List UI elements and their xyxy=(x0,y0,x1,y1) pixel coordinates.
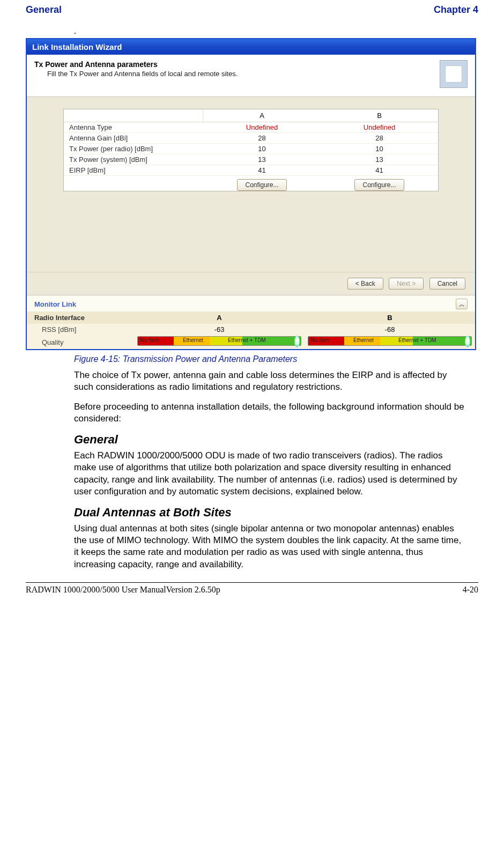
col-a-header: A xyxy=(203,109,321,122)
col-b-header: B xyxy=(321,109,438,122)
header-left: General xyxy=(26,4,62,16)
table-row: Antenna Type Undefined Undefined xyxy=(64,122,438,133)
quality-label: Quality xyxy=(27,337,134,348)
row-label: Antenna Type xyxy=(64,122,203,132)
table-header-row: A B xyxy=(64,109,438,122)
configure-b-button[interactable]: Configure... xyxy=(354,179,404,191)
figure-caption: Figure 4-15: Transmission Power and Ante… xyxy=(74,354,478,364)
footer-left: RADWIN 1000/2000/5000 User ManualVersion… xyxy=(26,585,220,595)
bar-seg-ethtdm: Ethernet + TDM xyxy=(398,337,436,343)
section-heading-general: General xyxy=(74,433,478,447)
row-value-a: Undefined xyxy=(203,122,321,132)
quality-bar-a: No Serv Ethernet Ethernet + TDM xyxy=(137,336,301,346)
page-header: General Chapter 4 xyxy=(26,4,478,16)
rss-b-value: -68 xyxy=(305,324,475,335)
stray-dot: . xyxy=(74,26,478,36)
configure-row: Configure... Configure... xyxy=(64,179,438,191)
row-label: Tx Power (per radio) [dBm] xyxy=(64,144,203,154)
wizard-step-title: Tx Power and Antenna parameters xyxy=(34,60,435,69)
row-value-b: 28 xyxy=(321,133,438,143)
paragraph: Before proceeding to antenna installatio… xyxy=(74,401,465,425)
radio-col-a: A xyxy=(134,312,305,324)
header-right: Chapter 4 xyxy=(434,4,478,16)
collapse-icon[interactable]: ︽ xyxy=(456,299,468,309)
configure-a-button[interactable]: Configure... xyxy=(237,179,286,191)
row-value-a: 10 xyxy=(203,144,321,154)
quality-row: Quality No Serv Ethernet Ethernet + TDM … xyxy=(27,335,475,349)
row-value-b: Undefined xyxy=(321,122,438,132)
back-button[interactable]: < Back xyxy=(347,278,383,290)
wizard-step-icon xyxy=(440,60,468,88)
row-label: Tx Power (system) [dBm] xyxy=(64,154,203,165)
footer-right: 4-20 xyxy=(463,585,478,595)
bar-seg-noserv: No Serv xyxy=(140,337,159,343)
wizard-body: A B Antenna Type Undefined Undefined Ant… xyxy=(27,97,475,197)
rss-a-value: -63 xyxy=(134,324,305,335)
page-footer: RADWIN 1000/2000/5000 User ManualVersion… xyxy=(26,585,478,595)
bar-seg-noserv: No Serv xyxy=(310,337,330,343)
row-label: Antenna Gain [dBi] xyxy=(64,133,203,143)
row-value-b: 41 xyxy=(321,165,438,175)
row-value-b: 10 xyxy=(321,144,438,154)
bar-seg-eth: Ethernet xyxy=(183,337,203,343)
row-value-a: 41 xyxy=(203,165,321,175)
cancel-button[interactable]: Cancel xyxy=(429,278,465,290)
radio-interface-header: Radio Interface A B xyxy=(27,312,475,324)
paragraph: Using dual antennas at both sites (singl… xyxy=(74,523,465,571)
bar-seg-ethtdm: Ethernet + TDM xyxy=(228,337,266,343)
radio-col-b: B xyxy=(305,312,475,324)
row-value-a: 13 xyxy=(203,154,321,165)
link-installation-wizard: Link Installation Wizard Tx Power and An… xyxy=(26,38,476,350)
quality-bar-b: No Serv Ethernet Ethernet + TDM xyxy=(308,336,472,346)
row-value-b: 13 xyxy=(321,154,438,165)
table-row: Antenna Gain [dBi] 28 28 xyxy=(64,133,438,144)
footer-divider xyxy=(26,582,478,583)
parameters-table: A B Antenna Type Undefined Undefined Ant… xyxy=(63,109,439,191)
quality-marker-a xyxy=(294,336,300,347)
wizard-nav: < Back Next > Cancel xyxy=(27,272,475,295)
table-row: Tx Power (system) [dBm] 13 13 xyxy=(64,154,438,165)
radio-interface-label: Radio Interface xyxy=(27,312,134,324)
next-button[interactable]: Next > xyxy=(389,278,424,290)
quality-marker-b xyxy=(465,336,470,347)
rss-row: RSS [dBm] -63 -68 xyxy=(27,324,475,335)
wizard-header-panel: Tx Power and Antenna parameters Fill the… xyxy=(27,55,475,97)
wizard-step-subtitle: Fill the Tx Power and Antenna fields of … xyxy=(47,70,435,78)
section-heading-dual-antennas: Dual Antennas at Both Sites xyxy=(74,506,478,520)
wizard-titlebar: Link Installation Wizard xyxy=(27,39,475,55)
paragraph: Each RADWIN 1000/2000/5000 ODU is made o… xyxy=(74,450,465,498)
paragraph: The choice of Tx power, antenna gain and… xyxy=(74,369,465,394)
table-row: EIRP [dBm] 41 41 xyxy=(64,165,438,176)
monitor-link-title: Monitor Link xyxy=(34,300,76,308)
table-row: Tx Power (per radio) [dBm] 10 10 xyxy=(64,144,438,154)
rss-label: RSS [dBm] xyxy=(27,324,134,335)
monitor-link-header[interactable]: Monitor Link ︽ xyxy=(27,295,475,312)
bar-seg-eth: Ethernet xyxy=(353,337,374,343)
row-value-a: 28 xyxy=(203,133,321,143)
row-label: EIRP [dBm] xyxy=(64,165,203,175)
wizard-empty-area xyxy=(27,197,475,272)
